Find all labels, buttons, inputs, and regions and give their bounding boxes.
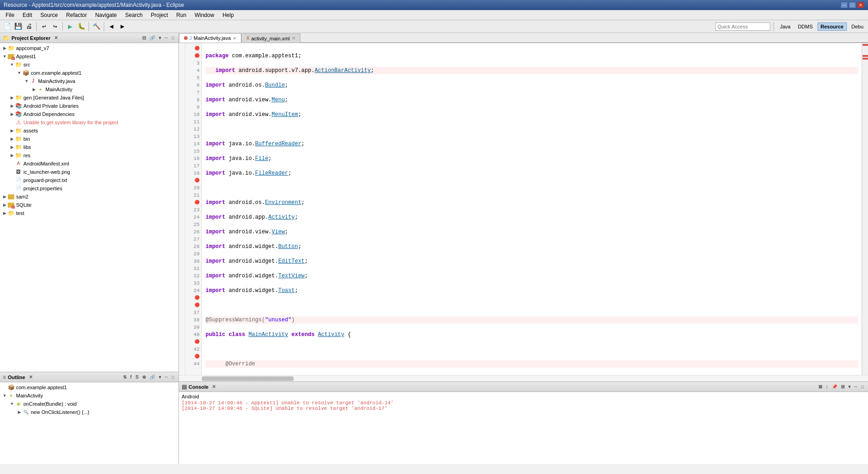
redo-button[interactable]: ↪: [50, 22, 60, 32]
tree-item-manifest[interactable]: ▶ A AndroidManifest.xml: [0, 160, 178, 168]
maximize-button[interactable]: □: [849, 2, 856, 8]
code-line-10: [206, 184, 858, 192]
hide-static-button[interactable]: S: [134, 374, 140, 380]
scroll-lock-button[interactable]: ↕: [824, 384, 829, 390]
close-button[interactable]: ✕: [857, 2, 864, 8]
perspective-java[interactable]: Java: [777, 23, 793, 30]
max-btn[interactable]: □: [170, 374, 176, 380]
tree-item-private-libs[interactable]: ▶ 📚 Android Private Libraries: [0, 102, 178, 110]
expand-arrow: ▶: [9, 128, 15, 133]
left-panel: 📁 Project Explorer ✕ ⊟ 🔗 ▾ ─ □ ▶: [0, 33, 179, 464]
sort-button[interactable]: ⇅: [122, 374, 128, 380]
ln-marker: 🔴: [185, 294, 200, 302]
maximize-panel-button[interactable]: □: [170, 35, 176, 41]
code-line-5: import android.view.MenuItem;: [206, 111, 858, 118]
toolbar-sep-4: [104, 22, 104, 31]
tree-item-res[interactable]: ▶ 📁 res: [0, 151, 178, 160]
menu-search[interactable]: Search: [122, 11, 146, 19]
menu-help[interactable]: Help: [219, 11, 238, 19]
collapse-all-button[interactable]: ⊟: [141, 35, 147, 41]
menu-project[interactable]: Project: [147, 11, 172, 19]
outline-content[interactable]: ▶ 📦 com.example.apptest1 ▼ ● MainActivit…: [0, 382, 178, 464]
console-title: ▤ Console ✕: [182, 384, 216, 390]
tree-item-gen[interactable]: ▶ 📁 gen [Generated Java Files]: [0, 94, 178, 102]
outline-method[interactable]: ▼ ◉ onCreate(Bundle) : void: [0, 400, 178, 408]
tree-item-mainactivity-class[interactable]: ▶ ● MainActivity: [0, 85, 178, 94]
link-editor-button[interactable]: 🔗: [148, 374, 156, 380]
clear-console-button[interactable]: ⊠: [817, 384, 823, 390]
minimize-button[interactable]: ─: [840, 2, 848, 8]
tree-item-proguard[interactable]: ▶ 📄 proguard-project.txt: [0, 176, 178, 184]
menu-window[interactable]: Window: [191, 11, 218, 19]
code-content[interactable]: package com.example.apptest1; import and…: [202, 43, 862, 375]
menu-file[interactable]: File: [2, 11, 18, 19]
build-button[interactable]: 🔨: [91, 22, 101, 32]
line-num: 32: [185, 272, 200, 280]
forward-button[interactable]: ▶: [117, 22, 128, 32]
pin-console-button[interactable]: 📌: [830, 384, 839, 390]
ln-marker: 🔴: [185, 52, 200, 60]
project-explorer-content[interactable]: ▶ 📁 appcompat_v7 ▼ ! Apptest: [0, 43, 178, 372]
hide-fields-button[interactable]: f: [129, 374, 133, 380]
undo-button[interactable]: ↩: [39, 22, 49, 32]
tree-item-sqlite[interactable]: ▶ ! SQLite: [0, 201, 178, 209]
tree-item-properties[interactable]: ▶ 📄 project.properties: [0, 184, 178, 193]
link-editor-button[interactable]: 🔗: [148, 35, 156, 41]
perspective-resource[interactable]: Resource: [818, 22, 847, 31]
perspective-sep: [773, 22, 774, 31]
tree-item-package[interactable]: ▼ 📦 com.example.apptest1: [0, 69, 178, 77]
minimize-panel-button[interactable]: ─: [163, 35, 169, 41]
print-button[interactable]: 🖨: [24, 22, 34, 32]
save-button[interactable]: 💾: [13, 22, 23, 32]
tree-item-libs[interactable]: ▶ 📁 libs: [0, 143, 178, 151]
tree-item-sam2[interactable]: ▶ sam2: [0, 193, 178, 201]
tab-mainactivity[interactable]: ! J MainActivity.java ✕: [179, 33, 241, 43]
console-message-1: [2014-10-27 14:09:46 - Apptest1] Unable …: [182, 400, 865, 406]
max-console-button[interactable]: □: [860, 384, 865, 390]
back-button[interactable]: ◀: [106, 22, 117, 32]
outline-class[interactable]: ▼ ● MainActivity: [0, 391, 178, 400]
tree-item-bin[interactable]: ▶ 📁 bin: [0, 135, 178, 143]
anon-icon: 🔍: [22, 408, 29, 416]
tree-item-assets[interactable]: ▶ 📁 assets: [0, 127, 178, 135]
menu-navigate[interactable]: Navigate: [91, 11, 120, 19]
view-menu-button[interactable]: ▾: [847, 384, 852, 390]
code-line-6: [206, 126, 858, 133]
open-console-button[interactable]: ⊞: [840, 384, 846, 390]
tree-item-apptest1[interactable]: ▼ ! Apptest1: [0, 52, 178, 61]
menu-run[interactable]: Run: [172, 11, 190, 19]
outline-package[interactable]: ▶ 📦 com.example.apptest1: [0, 383, 178, 391]
tree-item-src[interactable]: ▼ 📁 src: [0, 61, 178, 69]
min-console-button[interactable]: ─: [853, 384, 859, 390]
svg-text:!: !: [12, 57, 13, 60]
menu-refactor[interactable]: Refactor: [62, 11, 90, 19]
java-file-icon: J: [29, 77, 37, 85]
menu-edit[interactable]: Edit: [19, 11, 36, 19]
file-label: MainActivity.java: [38, 78, 75, 84]
quick-access-input[interactable]: [715, 22, 770, 31]
outline-header: ≡ Outline ✕ ⇅ f S ⊕ 🔗 ▾ ─ □: [0, 372, 178, 382]
new-button[interactable]: 📄: [2, 22, 12, 32]
perspective-debug[interactable]: Debu: [849, 23, 866, 30]
tab-label: MainActivity.java: [194, 35, 231, 41]
horizontal-scrollbar[interactable]: [179, 375, 868, 381]
min-btn[interactable]: ─: [163, 374, 169, 380]
debug-button[interactable]: 🐛: [76, 22, 86, 32]
class-icon: ●: [37, 86, 44, 93]
tree-item-launcher[interactable]: ▶ 🖼 ic_launcher-web.png: [0, 168, 178, 176]
tree-item-mainactivity[interactable]: ▼ J MainActivity.java: [0, 77, 178, 85]
view-menu-button[interactable]: ▾: [157, 35, 162, 41]
outline-anon[interactable]: ▶ 🔍 new OnClickListener() {...}: [0, 408, 178, 416]
tab-activity-main[interactable]: X activity_main.xml ✕: [241, 33, 300, 43]
hide-non-public-button[interactable]: ⊕: [141, 374, 147, 380]
perspective-ddms[interactable]: DDMS: [795, 23, 815, 30]
tab-close-button[interactable]: ✕: [292, 36, 295, 41]
tree-item-error[interactable]: ▶ ⚠ Unable to get system library for the…: [0, 118, 178, 127]
tree-item-test[interactable]: ▶ 📁 test: [0, 209, 178, 217]
menu-source[interactable]: Source: [37, 11, 61, 19]
tab-close-button[interactable]: ✕: [233, 36, 236, 41]
run-button[interactable]: ▶: [65, 22, 75, 32]
tree-item-appcompat[interactable]: ▶ 📁 appcompat_v7: [0, 44, 178, 52]
view-menu-btn[interactable]: ▾: [157, 374, 162, 380]
tree-item-android-deps[interactable]: ▶ 📚 Android Dependencies: [0, 110, 178, 118]
